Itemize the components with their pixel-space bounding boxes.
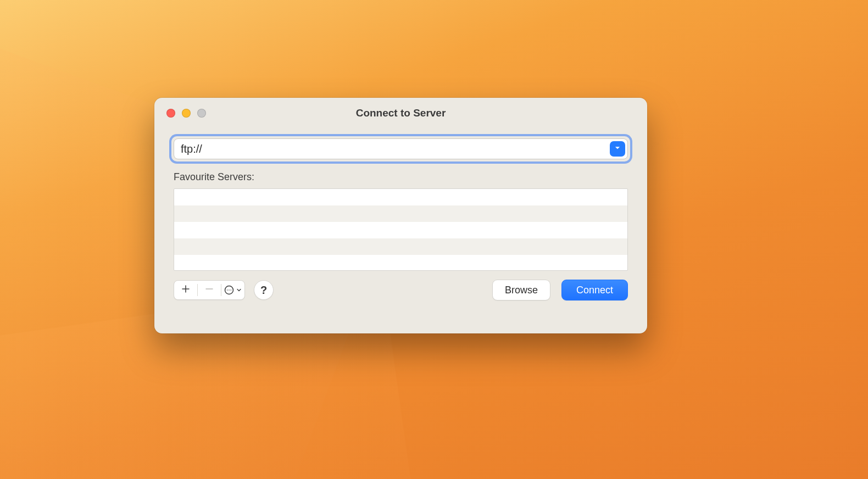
favourites-toolbar [174,280,245,300]
minimize-window-button[interactable] [182,109,191,118]
window-controls [166,109,206,118]
list-row [174,189,627,205]
favourite-servers-label: Favourite Servers: [174,171,628,183]
plus-icon [181,284,191,296]
list-row [174,255,627,271]
titlebar: Connect to Server [154,98,647,129]
options-menu-button[interactable] [221,281,244,299]
dialog-content: Favourite Servers: [154,129,647,333]
ellipsis-circle-icon [218,285,248,296]
window-title: Connect to Server [154,107,647,119]
help-button[interactable]: ? [254,280,274,300]
help-icon: ? [260,284,267,297]
svg-point-1 [227,289,228,291]
remove-favourite-button [198,281,221,299]
favourite-servers-list[interactable] [174,188,628,271]
button-label: Browse [505,285,538,296]
list-row [174,222,627,238]
list-row [174,238,627,255]
button-label: Connect [576,285,613,296]
browse-button[interactable]: Browse [492,280,550,300]
server-address-field [174,138,628,159]
close-window-button[interactable] [166,109,175,118]
server-address-input[interactable] [174,139,610,159]
chevron-down-icon [236,287,242,293]
dialog-footer: ? Browse Connect [174,280,628,300]
server-address-row [174,138,628,159]
minus-icon [204,284,214,296]
connect-button[interactable]: Connect [561,280,628,300]
connect-to-server-dialog: Connect to Server Favourite Servers: [154,98,647,333]
zoom-window-button [197,109,206,118]
svg-point-3 [231,289,232,291]
chevron-down-icon [614,144,621,154]
svg-point-2 [229,289,230,291]
list-row [174,205,627,222]
add-favourite-button[interactable] [174,281,197,299]
recent-servers-dropdown-button[interactable] [610,141,625,157]
